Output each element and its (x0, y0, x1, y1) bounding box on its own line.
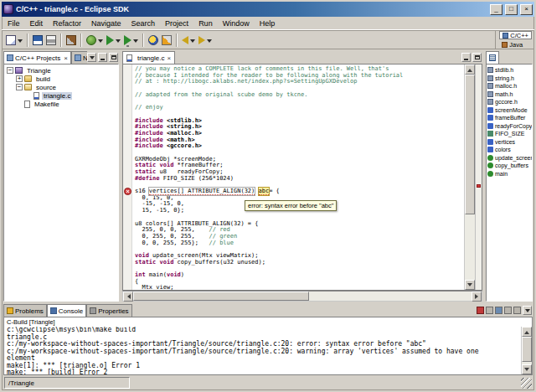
outline-item-malloc-h[interactable]: malloc.h (487, 82, 532, 90)
close-tab-icon[interactable]: × (64, 54, 68, 62)
editor-vertical-scrollbar[interactable] (464, 64, 475, 290)
debug-button[interactable] (85, 32, 105, 48)
scrollbar-track[interactable] (133, 291, 472, 301)
minimize-view-button[interactable] (98, 53, 107, 62)
tab-navigator[interactable]: Navigator (71, 51, 87, 64)
outline-item-screenmode[interactable]: screenMode (487, 106, 532, 115)
annotation-ruler[interactable] (123, 64, 132, 290)
tab-c-c-projects[interactable]: C/C++ Projects× (3, 51, 71, 64)
menu-bar: FileEditRefactorNavigateSearchProjectRun… (2, 17, 534, 30)
code-area[interactable]: // you may notice a COMPLETE lack of com… (132, 64, 464, 290)
menu-arrow-icon (525, 309, 530, 315)
new-wizard-button[interactable] (4, 32, 24, 48)
tab-problems[interactable]: Problems (3, 304, 47, 317)
console-line: c:\gcwclipse\msys\bin\make build (7, 327, 504, 334)
expander-icon[interactable]: − (7, 67, 13, 74)
outline-item-update-screen[interactable]: update_screen (487, 154, 532, 162)
left-sash[interactable] (119, 50, 121, 302)
external-tools-button[interactable] (122, 32, 140, 48)
scroll-left-button[interactable] (123, 291, 133, 302)
expander-icon[interactable]: − (16, 84, 23, 90)
dropdown-arrow-icon (98, 39, 103, 45)
save-button[interactable] (31, 32, 44, 48)
tree-item-makefile[interactable]: Makefile (4, 100, 118, 108)
overview-ruler[interactable] (475, 64, 482, 290)
editor-horizontal-scrollbar[interactable] (122, 291, 482, 302)
scroll-lock-icon[interactable] (504, 307, 512, 314)
tree-item-build[interactable]: +build (4, 75, 118, 83)
overview-error-marker[interactable] (477, 184, 481, 188)
outline-item-copy-buffers[interactable]: copy_buffers (487, 162, 532, 170)
run-button[interactable] (105, 32, 122, 48)
outline-item-vertices[interactable]: vertices (487, 138, 532, 147)
scrollbar-track[interactable] (522, 337, 532, 364)
close-editor-tab-icon[interactable]: × (167, 54, 171, 62)
scroll-down-button[interactable] (522, 364, 532, 374)
menu-window[interactable]: Window (218, 18, 255, 29)
menu-run[interactable]: Run (193, 18, 218, 29)
code-line: // adapted from the original scube demo … (135, 92, 464, 99)
menu-navigate[interactable]: Navigate (86, 18, 126, 29)
scrollbar-track[interactable] (465, 75, 475, 280)
pin-console-icon[interactable] (513, 307, 521, 314)
tree-item-triangle[interactable]: −Triangle (4, 66, 118, 75)
resize-grip[interactable] (521, 378, 532, 389)
minimize-editor-button[interactable] (461, 53, 471, 62)
maximize-view-button[interactable] (109, 53, 118, 62)
outline-item-colors[interactable]: colors (487, 146, 532, 154)
perspective-c-c[interactable]: C/C++ (499, 31, 532, 39)
outline-item-readyforcopy[interactable]: readyForCopy (487, 122, 532, 131)
outline-item-fifo-size[interactable]: FIFO_SIZE (487, 130, 532, 138)
close-button[interactable]: × (520, 4, 533, 15)
menu-refactor[interactable]: Refactor (48, 18, 86, 29)
print-button[interactable] (44, 32, 58, 48)
outline-item-framebuffer[interactable]: frameBuffer (487, 114, 532, 122)
scroll-down-button[interactable] (465, 280, 475, 290)
console-line: c:/my-workspace-without-spaces-important… (7, 348, 504, 363)
outline-item-label: malloc.h (495, 83, 517, 89)
outline-item-string-h[interactable]: string.h (487, 75, 532, 83)
outline-item-main[interactable]: main (487, 170, 532, 178)
remove-launch-icon[interactable] (486, 307, 493, 314)
include-icon (487, 99, 493, 105)
search-button[interactable] (147, 32, 160, 48)
tab-properties[interactable]: Properties (86, 304, 131, 317)
menu-help[interactable]: Help (255, 18, 281, 29)
outline-item-math-h[interactable]: math.h (487, 90, 532, 99)
view-menu-button[interactable] (87, 53, 96, 62)
editor-tab-triangle-c[interactable]: triangle.c × (122, 51, 175, 64)
scroll-right-button[interactable] (472, 291, 482, 302)
minimize-button[interactable]: _ (490, 4, 502, 15)
clear-console-icon[interactable] (495, 307, 502, 314)
tab-console[interactable]: Console (47, 304, 86, 317)
tree-item-triangle-c[interactable]: triangle.c (4, 91, 118, 100)
expander-icon[interactable]: + (16, 75, 23, 82)
error-marker-icon[interactable] (124, 188, 131, 195)
tree-item-label: Triangle (25, 67, 53, 75)
menu-file[interactable]: File (3, 18, 25, 29)
scrollbar-thumb[interactable] (465, 75, 475, 214)
forward-button[interactable] (197, 32, 214, 48)
console-vertical-scrollbar[interactable] (521, 327, 532, 374)
terminate-icon[interactable] (477, 307, 484, 314)
tree-item-source[interactable]: −source (4, 83, 118, 91)
scrollbar-thumb[interactable] (522, 337, 532, 362)
perspective-java[interactable]: Java (499, 40, 532, 49)
outline-item-stdlib-h[interactable]: stdlib.h (487, 66, 532, 75)
toggle-mark-button[interactable] (160, 32, 173, 48)
scroll-up-button[interactable] (522, 327, 532, 337)
console-text[interactable]: c:\gcwclipse\msys\bin\make buildtriangle… (4, 327, 521, 374)
menu-edit[interactable]: Edit (25, 18, 49, 29)
back-button[interactable] (180, 32, 197, 48)
scrollbar-thumb[interactable] (133, 291, 309, 301)
maximize-editor-button[interactable] (472, 53, 482, 62)
outline-item-gccore-h[interactable]: gccore.h (487, 98, 532, 106)
menu-project[interactable]: Project (160, 18, 193, 29)
title-bar[interactable]: C/C++ - triangle.c - Eclipse SDK _ □ × (2, 2, 534, 17)
menu-search[interactable]: Search (126, 18, 161, 29)
build-button[interactable] (64, 32, 78, 48)
console-menu-button[interactable] (523, 306, 532, 315)
scroll-up-button[interactable] (465, 64, 475, 75)
maximize-button[interactable]: □ (505, 4, 518, 15)
tab-outline[interactable] (486, 51, 499, 64)
